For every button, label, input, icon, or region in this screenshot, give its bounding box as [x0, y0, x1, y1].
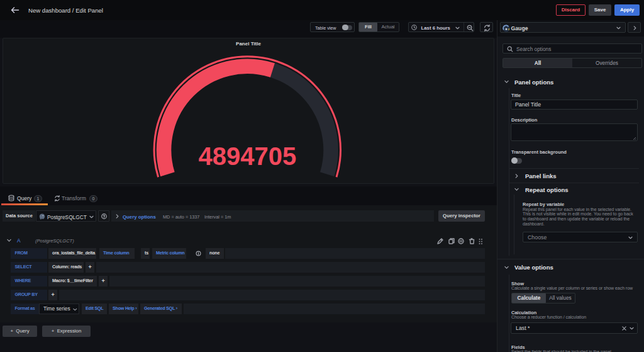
svg-text:4894705: 4894705	[198, 142, 296, 170]
